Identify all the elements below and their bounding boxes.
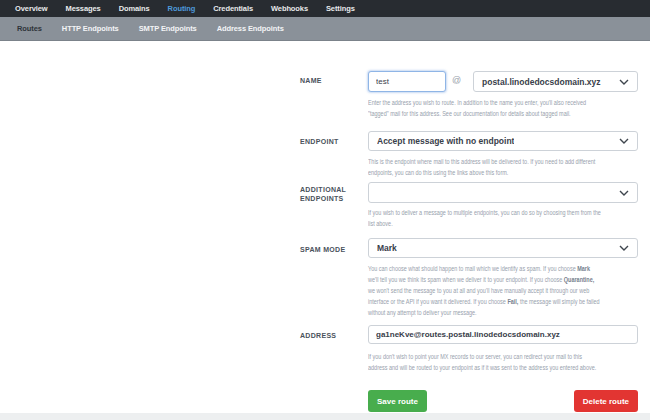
chevron-down-icon bbox=[619, 245, 629, 251]
domain-select[interactable]: postal.linodedocsdomain.xyz bbox=[473, 71, 638, 92]
chevron-down-icon bbox=[619, 79, 629, 85]
spam-mode-select[interactable]: Mark bbox=[368, 238, 638, 258]
top-nav: Overview Messages Domains Routing Creden… bbox=[0, 0, 650, 17]
route-name-input[interactable] bbox=[368, 71, 446, 92]
routing-sub-nav: Routes HTTP Endpoints SMTP Endpoints Add… bbox=[0, 17, 650, 41]
subnav-http-endpoints[interactable]: HTTP Endpoints bbox=[52, 24, 129, 33]
chevron-down-icon bbox=[619, 138, 629, 144]
route-form: NAME @ postal.linodedocsdomain.xyz Enter… bbox=[0, 41, 650, 413]
route-address-input[interactable] bbox=[368, 325, 638, 344]
at-symbol: @ bbox=[452, 75, 461, 85]
save-route-button[interactable]: Save route bbox=[368, 390, 427, 412]
nav-messages[interactable]: Messages bbox=[57, 4, 110, 13]
spam-mode-help-text: You can choose what should happen to mai… bbox=[368, 263, 650, 318]
nav-routing[interactable]: Routing bbox=[159, 4, 205, 13]
endpoint-select[interactable]: Accept message with no endpoint bbox=[368, 131, 638, 151]
endpoint-select-value: Accept message with no endpoint bbox=[377, 136, 514, 146]
subnav-smtp-endpoints[interactable]: SMTP Endpoints bbox=[129, 24, 207, 33]
chevron-down-icon bbox=[619, 190, 629, 196]
additional-endpoints-label: ADDITIONAL ENDPOINTS bbox=[300, 185, 364, 203]
delete-route-button[interactable]: Delete route bbox=[574, 390, 638, 412]
address-help-text: If you don't wish to point your MX recor… bbox=[368, 351, 650, 373]
nav-credentials[interactable]: Credentials bbox=[204, 4, 262, 13]
endpoint-label: ENDPOINT bbox=[300, 137, 364, 146]
nav-webhooks[interactable]: Webhooks bbox=[262, 4, 317, 13]
nav-overview[interactable]: Overview bbox=[6, 4, 57, 13]
domain-select-value: postal.linodedocsdomain.xyz bbox=[482, 77, 601, 87]
additional-endpoints-help-text: If you wish to deliver a message to mult… bbox=[368, 207, 650, 229]
subnav-address-endpoints[interactable]: Address Endpoints bbox=[207, 24, 294, 33]
nav-domains[interactable]: Domains bbox=[110, 4, 159, 13]
name-label: NAME bbox=[300, 76, 364, 85]
additional-endpoints-select[interactable] bbox=[368, 182, 638, 203]
subnav-routes[interactable]: Routes bbox=[7, 24, 52, 33]
name-help-text: Enter the address you wish to route. In … bbox=[368, 97, 650, 119]
spam-mode-select-value: Mark bbox=[377, 243, 397, 253]
endpoint-help-text: This is the endpoint where mail to this … bbox=[368, 156, 650, 178]
nav-settings[interactable]: Settings bbox=[317, 4, 364, 13]
spam-mode-label: SPAM MODE bbox=[300, 245, 364, 254]
address-label: ADDRESS bbox=[300, 331, 364, 340]
